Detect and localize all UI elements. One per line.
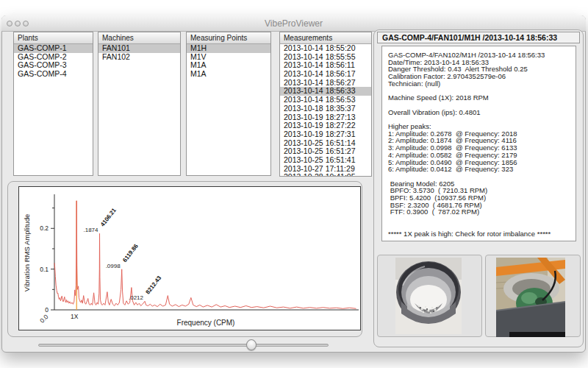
machine-installation-photo <box>496 258 565 337</box>
frequency-slider-track[interactable] <box>38 344 329 347</box>
svg-text:0.2: 0.2 <box>40 224 49 232</box>
measurement-item[interactable]: 2013-10-18 18:35:37 <box>280 105 371 113</box>
machine-item[interactable]: FAN102 <box>98 53 180 62</box>
svg-text:0.0: 0.0 <box>38 313 50 325</box>
svg-text:1X: 1X <box>71 313 79 320</box>
bearing-damage-photo <box>395 258 462 334</box>
measurement-item[interactable]: 2013-10-14 18:55:20 <box>280 44 371 53</box>
screen: VibeProViewer Plants GAS-COMP-1GAS-COMP-… <box>0 0 588 368</box>
svg-text:Vibration RMS Amplitude: Vibration RMS Amplitude <box>23 214 31 291</box>
measurement-item[interactable]: 2013-10-25 16:51:41 <box>280 156 371 165</box>
svg-text:.0212: .0212 <box>129 294 144 301</box>
svg-text:0: 0 <box>45 306 49 314</box>
svg-text:8212.43: 8212.43 <box>145 275 163 296</box>
measurement-item[interactable]: 2013-10-19 18:27:31 <box>280 130 371 139</box>
measuring-point-item[interactable]: M1A <box>187 70 270 79</box>
measurements-header[interactable]: Measurements <box>280 32 371 44</box>
svg-text:4106.21: 4106.21 <box>99 207 118 228</box>
measuring-points-list-body[interactable]: M1HM1VM1AM1A <box>187 44 270 175</box>
measurement-item[interactable]: 2013-10-28 19:41:05 <box>280 173 371 176</box>
machine-item[interactable]: FAN101 <box>98 44 180 53</box>
measurement-path-header: GAS-COMP-4/FAN101/M1H /2013-10-14 18:56:… <box>377 32 580 43</box>
machines-list: Machines FAN101FAN102 <box>98 32 181 176</box>
measuring-points-list: Measuring Points M1HM1VM1AM1A <box>186 32 271 176</box>
svg-text:6119.86: 6119.86 <box>121 243 140 263</box>
spectrum-chart: 00.10.2Vibration RMS AmplitudeFrequency … <box>18 186 361 330</box>
plants-list-body[interactable]: GAS-COMP-1GAS-COMP-2GAS-COMP-3GAS-COMP-4 <box>14 44 93 175</box>
machines-header[interactable]: Machines <box>98 32 180 44</box>
measurements-list-body[interactable]: 2013-10-14 18:55:202013-10-14 18:55:5520… <box>280 44 371 176</box>
frequency-slider-thumb[interactable] <box>246 339 257 350</box>
bearing-photo-frame <box>377 255 482 337</box>
spectrum-chart-panel: 00.10.2Vibration RMS AmplitudeFrequency … <box>7 181 362 337</box>
svg-text:0.1: 0.1 <box>40 266 49 273</box>
measurement-report-text[interactable]: GAS-COMP-4/FAN102/M1H /2013-10-14 18:56:… <box>381 46 576 241</box>
measurements-list: Measurements 2013-10-14 18:55:202013-10-… <box>279 32 372 177</box>
plants-list: Plants GAS-COMP-1GAS-COMP-2GAS-COMP-3GAS… <box>13 32 93 176</box>
svg-text:.1874: .1874 <box>83 227 98 233</box>
measurement-item[interactable]: 2013-10-14 18:56:17 <box>280 70 371 79</box>
measuring-points-header[interactable]: Measuring Points <box>187 32 270 44</box>
machine-photo-frame <box>485 255 581 337</box>
plant-item[interactable]: GAS-COMP-1 <box>14 44 93 53</box>
plant-item[interactable]: GAS-COMP-4 <box>14 70 93 79</box>
measuring-point-item[interactable]: M1H <box>187 44 270 53</box>
machines-list-body[interactable]: FAN101FAN102 <box>98 44 180 175</box>
svg-text:.0998: .0998 <box>106 263 121 269</box>
svg-text:Frequency (CPM): Frequency (CPM) <box>177 319 235 327</box>
plants-header[interactable]: Plants <box>14 32 93 44</box>
